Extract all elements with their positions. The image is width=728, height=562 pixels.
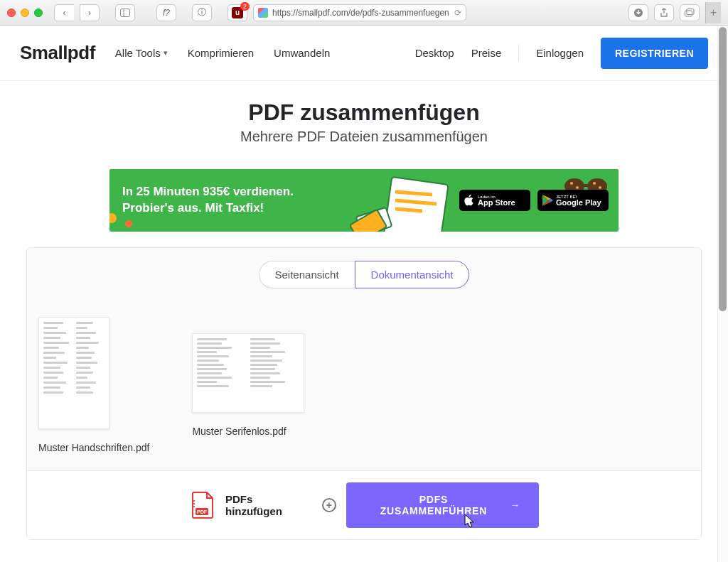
svg-rect-4	[687, 9, 694, 14]
minimize-window-icon[interactable]	[21, 9, 29, 17]
svg-rect-13	[583, 184, 589, 187]
share-button[interactable]	[654, 4, 674, 21]
document-list: Muster Handschriften.pdf Muster Serifenl…	[27, 296, 701, 470]
document-thumbnail[interactable]	[192, 333, 304, 413]
downloads-button[interactable]	[628, 4, 648, 21]
apple-icon	[464, 194, 475, 207]
svg-rect-3	[685, 11, 692, 16]
page-subtitle: Mehrere PDF Dateien zusammenfügen	[0, 129, 728, 145]
url-text: https://smallpdf.com/de/pdfs-zusammenfue…	[272, 8, 449, 18]
nav-login[interactable]: Einloggen	[536, 47, 584, 59]
page-view-tab[interactable]: Seitenansicht	[259, 261, 355, 288]
merge-button-label: PDFS ZUSAMMENFÜHREN	[365, 494, 503, 517]
tool-panel: Seitenansicht Dokumentansicht Muster Han…	[26, 247, 702, 540]
document-item[interactable]: Muster Handschriften.pdf	[38, 317, 149, 453]
nav-all-tools[interactable]: Alle Tools ▾	[115, 47, 168, 59]
logo[interactable]: Smallpdf	[20, 42, 95, 64]
add-pdfs-label[interactable]: PDFs hinzufügen	[225, 493, 312, 517]
pdf-icon: PDF	[191, 491, 215, 519]
new-tab-button[interactable]: +	[705, 2, 721, 23]
scrollbar-thumb[interactable]	[719, 27, 727, 311]
browser-chrome: ‹ › f? ⓘ u 2 https://smallpdf.com/de/pdf…	[0, 0, 728, 26]
document-view-tab[interactable]: Dokumentansicht	[355, 261, 470, 288]
ad-line1: In 25 Minuten 935€ verdienen.	[122, 184, 294, 200]
sidebar-toggle-button[interactable]	[115, 4, 135, 21]
nav-convert[interactable]: Umwandeln	[274, 47, 330, 59]
svg-point-14	[570, 182, 573, 185]
ublock-button[interactable]: u 2	[228, 4, 247, 21]
app-store-badge[interactable]: Laden imApp Store	[459, 190, 530, 211]
forward-button[interactable]: ›	[80, 4, 100, 21]
document-item[interactable]: Muster Serifenlos.pdf	[192, 317, 304, 453]
register-button[interactable]: REGISTRIEREN	[601, 38, 708, 69]
divider	[518, 45, 519, 62]
google-big: Google Play	[556, 199, 601, 207]
reload-icon[interactable]: ⟳	[454, 8, 461, 18]
google-play-icon	[542, 194, 553, 207]
merge-button[interactable]: PDFS ZUSAMMENFÜHREN →	[346, 482, 539, 528]
back-button[interactable]: ‹	[54, 4, 74, 21]
view-toggle: Seitenansicht Dokumentansicht	[27, 248, 701, 296]
nav-desktop[interactable]: Desktop	[415, 47, 454, 59]
ad-store-badges: Laden imApp Store JETZT BEIGoogle Play	[459, 190, 609, 211]
page-title: PDF zusammenfügen	[0, 99, 728, 126]
ad-banner[interactable]: In 25 Minuten 935€ verdienen. Probier's …	[109, 169, 619, 232]
flash-status-button[interactable]: f?	[156, 4, 176, 21]
svg-rect-5	[382, 177, 448, 232]
svg-line-8	[395, 209, 422, 211]
close-window-icon[interactable]	[7, 9, 16, 17]
svg-text:PDF: PDF	[197, 509, 208, 514]
panel-footer: PDF PDFs hinzufügen + PDFS ZUSAMMENFÜHRE…	[27, 470, 701, 539]
address-bar[interactable]: https://smallpdf.com/de/pdfs-zusammenfue…	[253, 4, 466, 21]
ad-line2: Probier's aus. Mit Taxfix!	[122, 200, 294, 217]
chevron-down-icon: ▾	[164, 48, 168, 58]
ad-illustration	[344, 175, 472, 232]
arrow-right-icon: →	[510, 499, 520, 511]
ad-text: In 25 Minuten 935€ verdienen. Probier's …	[122, 184, 294, 217]
nav-all-tools-label: Alle Tools	[115, 47, 161, 59]
ad-decoration	[125, 220, 132, 227]
window-controls	[7, 9, 43, 17]
maximize-window-icon[interactable]	[34, 9, 43, 17]
nav-pricing[interactable]: Preise	[471, 47, 502, 59]
document-thumbnail[interactable]	[38, 317, 109, 429]
svg-point-16	[593, 182, 596, 185]
site-info-button[interactable]: ⓘ	[192, 4, 212, 21]
ublock-badge: 2	[240, 2, 250, 11]
ad-decoration	[109, 213, 117, 223]
document-name: Muster Handschriften.pdf	[38, 442, 149, 453]
add-icon[interactable]: +	[322, 498, 336, 512]
tabs-button[interactable]	[680, 4, 700, 21]
apple-big: App Store	[478, 199, 515, 207]
svg-rect-0	[121, 9, 130, 16]
google-play-badge[interactable]: JETZT BEIGoogle Play	[537, 190, 609, 211]
site-header: Smallpdf Alle Tools ▾ Komprimieren Umwan…	[0, 26, 728, 81]
svg-point-15	[576, 186, 579, 189]
svg-point-17	[599, 186, 601, 189]
nav-compress[interactable]: Komprimieren	[188, 47, 254, 59]
document-name: Muster Serifenlos.pdf	[192, 426, 286, 437]
favicon-icon	[258, 8, 268, 18]
hero: PDF zusammenfügen Mehrere PDF Dateien zu…	[0, 81, 728, 156]
